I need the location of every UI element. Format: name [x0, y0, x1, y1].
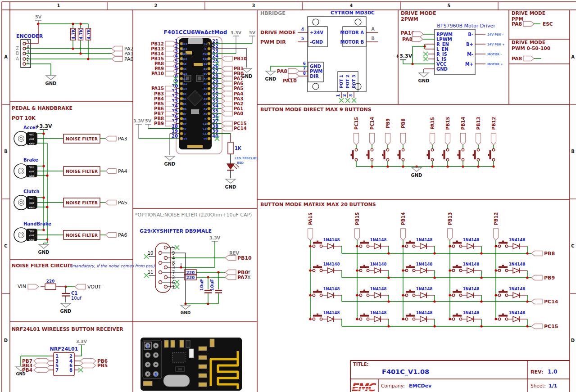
net-port[interactable]	[491, 133, 496, 145]
net-port[interactable]	[222, 96, 232, 101]
net-port[interactable]	[430, 133, 435, 145]
diode[interactable]	[374, 268, 381, 273]
net-port[interactable]	[222, 106, 232, 111]
net-port[interactable]	[445, 133, 450, 145]
net-port[interactable]	[28, 284, 39, 289]
net-port[interactable]	[288, 69, 299, 74]
push-button[interactable]	[498, 241, 508, 248]
net-port[interactable]	[222, 121, 232, 126]
potentiometer[interactable]: HandBrakeVCCOUTGND	[14, 221, 51, 242]
net-port[interactable]	[401, 229, 406, 240]
push-button[interactable]	[398, 149, 404, 161]
resistor[interactable]: 220	[185, 270, 196, 275]
diode[interactable]	[420, 293, 426, 298]
diode[interactable]	[513, 293, 519, 298]
push-button[interactable]	[359, 241, 369, 248]
net-port[interactable]	[412, 37, 423, 42]
diode[interactable]	[374, 293, 381, 298]
hbridge-board[interactable]	[308, 17, 366, 92]
resistor[interactable]: 4.7K	[78, 28, 83, 40]
net-port[interactable]	[523, 22, 534, 27]
push-button[interactable]	[313, 265, 322, 272]
diode[interactable]	[327, 316, 334, 322]
net-port[interactable]	[112, 51, 122, 56]
push-button[interactable]	[473, 149, 480, 161]
led[interactable]: LED_FFBCLIP1RED	[227, 157, 258, 170]
push-button[interactable]	[313, 290, 322, 297]
diode[interactable]	[467, 243, 473, 249]
net-port[interactable]	[288, 74, 299, 79]
push-button[interactable]	[405, 290, 415, 297]
diode[interactable]	[420, 316, 426, 322]
resistor[interactable]: 220	[45, 279, 56, 290]
net-port[interactable]	[105, 169, 116, 174]
net-port[interactable]	[222, 86, 232, 91]
push-button[interactable]	[359, 290, 369, 297]
net-port[interactable]	[494, 229, 499, 240]
push-button[interactable]	[427, 149, 434, 161]
capacitor[interactable]: C110uf	[62, 291, 82, 301]
push-button[interactable]	[458, 149, 464, 161]
push-button[interactable]	[498, 265, 508, 272]
push-button[interactable]	[359, 314, 369, 320]
net-port[interactable]	[531, 299, 542, 304]
diode[interactable]	[420, 243, 426, 249]
diode[interactable]	[467, 293, 473, 298]
resistor[interactable]: 1K	[228, 142, 242, 154]
push-button[interactable]	[442, 149, 449, 161]
net-port[interactable]	[222, 126, 232, 131]
resistor[interactable]: 4.7K	[86, 28, 91, 40]
diode[interactable]	[327, 293, 334, 298]
net-port[interactable]	[225, 275, 236, 280]
net-port[interactable]	[355, 229, 360, 240]
net-port[interactable]	[370, 133, 375, 145]
net-port[interactable]	[222, 91, 232, 96]
noise-filter-box[interactable]: NOISE FILTER	[63, 167, 100, 176]
net-port[interactable]	[112, 57, 122, 62]
push-button[interactable]	[488, 149, 495, 161]
net-port[interactable]	[222, 76, 232, 81]
net-port[interactable]	[413, 32, 423, 37]
net-port[interactable]	[34, 368, 50, 373]
net-port[interactable]	[448, 229, 453, 240]
net-port[interactable]	[80, 363, 96, 368]
noise-filter-box[interactable]: NOISE FILTER	[63, 230, 100, 239]
push-button[interactable]	[351, 149, 358, 161]
net-port[interactable]	[222, 101, 232, 106]
diode[interactable]	[327, 243, 334, 249]
push-button[interactable]	[452, 290, 462, 297]
push-button[interactable]	[452, 314, 462, 320]
potentiometer[interactable]: ClutchVCCOUTGND	[14, 189, 40, 210]
net-port[interactable]	[531, 324, 542, 329]
net-port[interactable]	[105, 136, 116, 141]
net-port[interactable]	[476, 133, 481, 145]
net-port[interactable]	[308, 229, 313, 240]
net-port[interactable]	[523, 56, 534, 61]
net-port[interactable]	[105, 200, 116, 205]
diode[interactable]	[327, 268, 334, 273]
net-port[interactable]	[531, 275, 542, 280]
diode[interactable]	[420, 268, 426, 273]
push-button[interactable]	[452, 265, 462, 272]
push-button[interactable]	[498, 314, 508, 320]
net-port[interactable]	[105, 233, 116, 238]
diode[interactable]	[374, 243, 381, 249]
net-port[interactable]	[222, 81, 232, 86]
net-port[interactable]	[112, 46, 122, 51]
diode[interactable]	[513, 316, 519, 322]
diode[interactable]	[374, 316, 381, 322]
push-button[interactable]	[498, 290, 508, 297]
net-port[interactable]	[222, 66, 232, 71]
diode[interactable]	[467, 268, 473, 273]
net-port[interactable]	[75, 284, 86, 289]
diode[interactable]	[467, 316, 473, 322]
db9-connector[interactable]	[155, 243, 171, 293]
push-button[interactable]	[405, 241, 415, 248]
push-button[interactable]	[405, 314, 415, 320]
net-port[interactable]	[222, 111, 232, 116]
net-port[interactable]	[386, 133, 390, 145]
resistor[interactable]: 220	[185, 275, 196, 280]
potentiometer[interactable]: AccelVCCOUTGND	[14, 125, 37, 146]
push-button[interactable]	[313, 241, 322, 248]
net-port[interactable]	[354, 133, 359, 145]
